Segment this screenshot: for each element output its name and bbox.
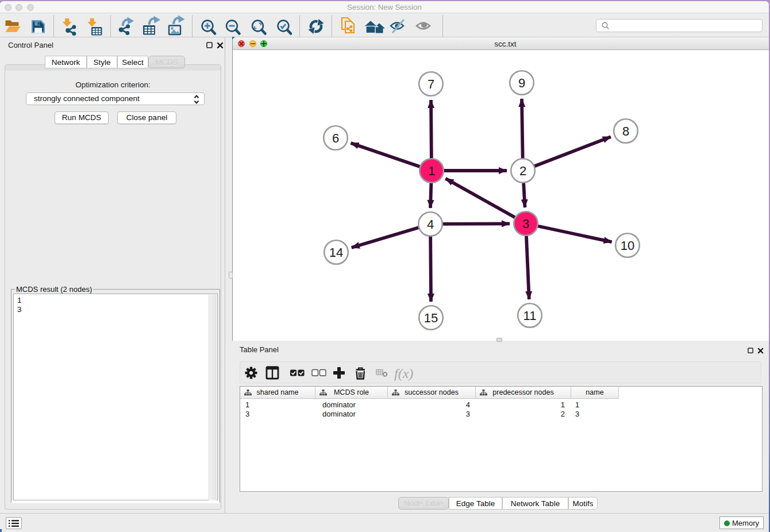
svg-text:11: 11 — [523, 309, 537, 323]
svg-text:14: 14 — [329, 245, 343, 260]
svg-text:9: 9 — [518, 76, 525, 90]
svg-text:6: 6 — [332, 131, 339, 145]
svg-text:10: 10 — [621, 238, 634, 253]
svg-text:f(x): f(x) — [394, 366, 413, 381]
svg-text:7: 7 — [428, 77, 434, 91]
svg-text:1: 1 — [428, 164, 435, 178]
svg-text:3: 3 — [522, 217, 529, 231]
svg-text:4: 4 — [427, 217, 434, 232]
svg-text:15: 15 — [424, 311, 438, 325]
svg-text:2: 2 — [519, 164, 526, 178]
svg-text:8: 8 — [622, 124, 629, 138]
